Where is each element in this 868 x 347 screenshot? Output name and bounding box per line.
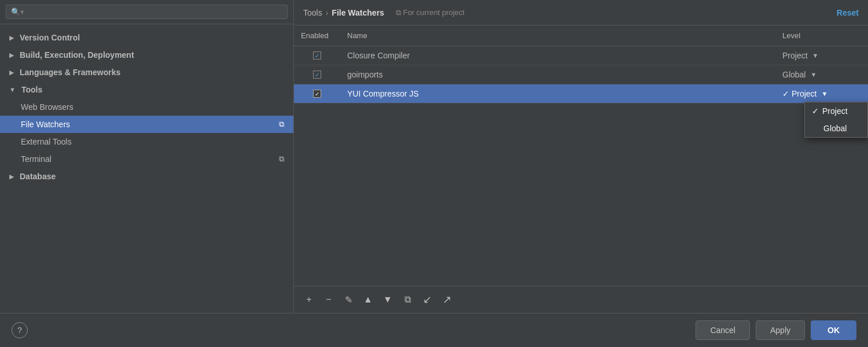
collapse-arrow-icon: ▶ — [9, 34, 14, 42]
checkbox[interactable]: ✓ — [313, 90, 321, 98]
sidebar-item-label: File Watchers — [21, 120, 70, 129]
panel-header: Tools › File Watchers ⧉ For current proj… — [294, 0, 868, 25]
sidebar-item-version-control[interactable]: ▶ Version Control — [0, 29, 293, 46]
table-row[interactable]: ✓ Closure Compiler Project ▼ — [294, 46, 868, 65]
level-dropdown-arrow-icon[interactable]: ▼ — [812, 52, 819, 59]
dropdown-option-global[interactable]: Global — [805, 120, 867, 137]
move-down-button[interactable]: ▼ — [380, 291, 396, 308]
sidebar-item-label: Version Control — [20, 33, 80, 42]
level-cell[interactable]: Project ▼ — [775, 46, 868, 65]
sidebar-item-terminal[interactable]: Terminal ⧉ — [0, 150, 293, 168]
table-row[interactable]: ✓ YUI Compressor JS ✓ Project ▼ ✓ Projec… — [294, 84, 868, 104]
sidebar-item-label: Build, Execution, Deployment — [20, 50, 134, 60]
ok-button[interactable]: OK — [811, 320, 856, 340]
cancel-button[interactable]: Cancel — [696, 320, 750, 340]
sidebar-item-label: Terminal — [21, 154, 52, 164]
checkbox[interactable]: ✓ — [313, 51, 321, 60]
level-cell[interactable]: ✓ Project ▼ ✓ Project Global — [775, 84, 868, 103]
col-name: Name — [340, 29, 775, 42]
bottom-actions: Cancel Apply OK — [696, 320, 856, 340]
right-panel: Tools › File Watchers ⧉ For current proj… — [294, 0, 868, 313]
sidebar-item-build-execution[interactable]: ▶ Build, Execution, Deployment — [0, 46, 293, 64]
edit-button[interactable]: ✎ — [340, 291, 356, 308]
sidebar-item-label: Tools — [21, 85, 42, 94]
checkmark-icon: ✓ — [812, 106, 819, 116]
col-enabled: Enabled — [294, 29, 340, 42]
level-dropdown-arrow-icon[interactable]: ▼ — [810, 71, 816, 78]
level-dropdown-popup: ✓ Project Global — [804, 102, 868, 138]
table-header: Enabled Name Level — [294, 25, 868, 46]
settings-sidebar: ▶ Version Control ▶ Build, Execution, De… — [0, 0, 294, 313]
add-button[interactable]: + — [301, 291, 317, 308]
toolbar: + − ✎ ▲ ▼ ⧉ ↙ ↗ — [294, 286, 868, 313]
file-watcher-icon: ⧉ — [279, 120, 284, 129]
level-value: Project — [782, 51, 808, 60]
search-bar — [0, 0, 293, 24]
sidebar-nav: ▶ Version Control ▶ Build, Execution, De… — [0, 24, 293, 313]
watcher-table: Enabled Name Level ✓ Closure Compiler Pr… — [294, 25, 868, 313]
remove-button[interactable]: − — [321, 291, 337, 308]
level-value: ✓ Project — [782, 89, 816, 98]
collapse-arrow-icon: ▶ — [9, 69, 14, 76]
export-button[interactable]: ↗ — [439, 291, 455, 308]
help-button[interactable]: ? — [12, 322, 28, 338]
breadcrumb: Tools › File Watchers — [303, 8, 384, 17]
sidebar-item-label: Database — [20, 172, 56, 181]
sidebar-item-label: External Tools — [21, 137, 72, 146]
name-cell: goimports — [340, 65, 775, 84]
table-body: ✓ Closure Compiler Project ▼ ✓ goimports — [294, 46, 868, 286]
import-button[interactable]: ↙ — [419, 291, 435, 308]
enabled-cell[interactable]: ✓ — [294, 85, 340, 102]
breadcrumb-parent: Tools — [303, 8, 322, 17]
move-up-button[interactable]: ▲ — [360, 291, 376, 308]
sidebar-item-label: Web Browsers — [21, 102, 73, 112]
sidebar-item-web-browsers[interactable]: Web Browsers — [0, 98, 293, 116]
option-label: Global — [823, 124, 847, 133]
sidebar-item-languages[interactable]: ▶ Languages & Frameworks — [0, 64, 293, 81]
reset-button[interactable]: Reset — [837, 8, 859, 17]
breadcrumb-separator: › — [326, 8, 329, 17]
expand-arrow-icon: ▼ — [9, 86, 16, 93]
level-value: Global — [782, 70, 806, 79]
dropdown-option-project[interactable]: ✓ Project — [805, 102, 867, 120]
sidebar-item-file-watchers[interactable]: File Watchers ⧉ — [0, 116, 293, 133]
name-cell: Closure Compiler — [340, 46, 775, 65]
name-cell: YUI Compressor JS — [340, 84, 775, 103]
checkbox[interactable]: ✓ — [313, 71, 321, 79]
sidebar-item-database[interactable]: ▶ Database — [0, 168, 293, 185]
option-label: Project — [822, 106, 848, 116]
bottom-bar: ? Cancel Apply OK — [0, 313, 868, 347]
level-dropdown-arrow-icon[interactable]: ▼ — [821, 90, 827, 97]
apply-button[interactable]: Apply — [756, 320, 805, 340]
table-row[interactable]: ✓ goimports Global ▼ — [294, 65, 868, 84]
for-project-label: ⧉ For current project — [396, 8, 465, 17]
sidebar-item-tools[interactable]: ▼ Tools — [0, 81, 293, 98]
terminal-icon: ⧉ — [279, 154, 284, 164]
level-cell[interactable]: Global ▼ — [775, 65, 868, 84]
enabled-cell[interactable]: ✓ — [294, 66, 340, 83]
copy-button[interactable]: ⧉ — [399, 291, 415, 308]
enabled-cell[interactable]: ✓ — [294, 47, 340, 64]
search-input[interactable] — [6, 5, 288, 19]
col-level: Level — [775, 29, 868, 42]
collapse-arrow-icon: ▶ — [9, 51, 14, 59]
sidebar-item-external-tools[interactable]: External Tools — [0, 133, 293, 150]
collapse-arrow-icon: ▶ — [9, 173, 14, 180]
breadcrumb-current: File Watchers — [332, 8, 384, 17]
sidebar-item-label: Languages & Frameworks — [20, 68, 120, 77]
